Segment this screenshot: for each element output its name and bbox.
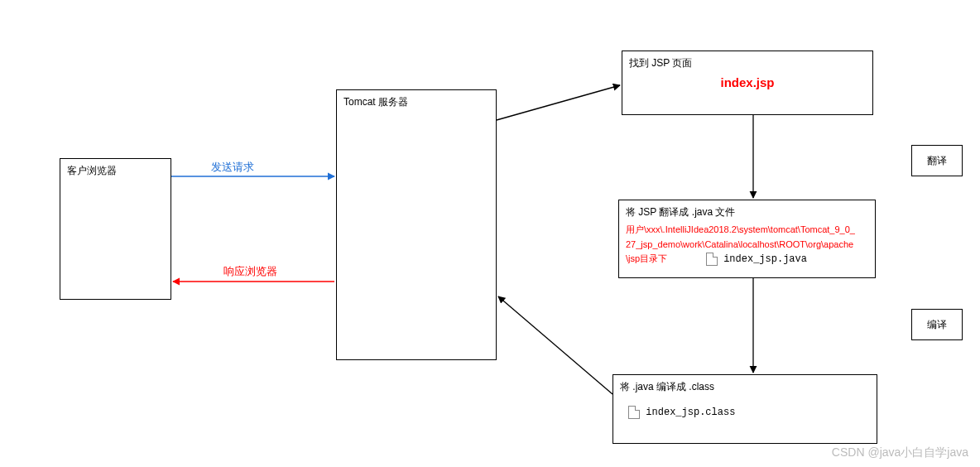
box-compile-java: 将 .java 编译成 .class index_jsp.class xyxy=(612,374,877,444)
box-translate-jsp: 将 JSP 翻译成 .java 文件 用户\xxx\.IntelliJIdea2… xyxy=(618,200,876,278)
watermark: CSDN @java小白自学java xyxy=(832,445,968,460)
translate-label: 将 JSP 翻译成 .java 文件 xyxy=(626,205,868,219)
compile-label: 将 .java 编译成 .class xyxy=(620,380,870,394)
box-tomcat-server: Tomcat 服务器 xyxy=(336,89,497,360)
compile-filename: index_jsp.class xyxy=(646,407,735,418)
arrow-compile-to-tomcat xyxy=(498,296,612,394)
tomcat-server-label: Tomcat 服务器 xyxy=(343,96,408,108)
file-icon xyxy=(628,406,640,419)
box-find-jsp-page: 找到 JSP 页面 index.jsp xyxy=(622,51,873,115)
find-jsp-filename: index.jsp xyxy=(720,75,774,89)
box-side-translate: 翻译 xyxy=(911,145,963,176)
translate-filename: index_jsp.java xyxy=(723,253,807,265)
find-jsp-label: 找到 JSP 页面 xyxy=(629,57,692,69)
translate-path-line3: \jsp目录下 xyxy=(626,253,667,263)
side-compile-label: 编译 xyxy=(927,318,947,332)
client-browser-label: 客户浏览器 xyxy=(67,165,117,176)
side-translate-label: 翻译 xyxy=(927,154,947,168)
file-icon xyxy=(706,253,718,266)
arrow-label-response: 响应浏览器 xyxy=(223,264,277,279)
translate-path-line2: 27_jsp_demo\work\Catalina\localhost\ROOT… xyxy=(626,238,868,253)
translate-path-line1: 用户\xxx\.IntelliJIdea2018.2\system\tomcat… xyxy=(626,223,868,238)
box-side-compile: 编译 xyxy=(911,309,963,340)
box-client-browser: 客户浏览器 xyxy=(60,158,171,300)
arrow-tomcat-to-findjsp xyxy=(497,85,620,120)
arrow-label-request: 发送请求 xyxy=(211,160,254,175)
